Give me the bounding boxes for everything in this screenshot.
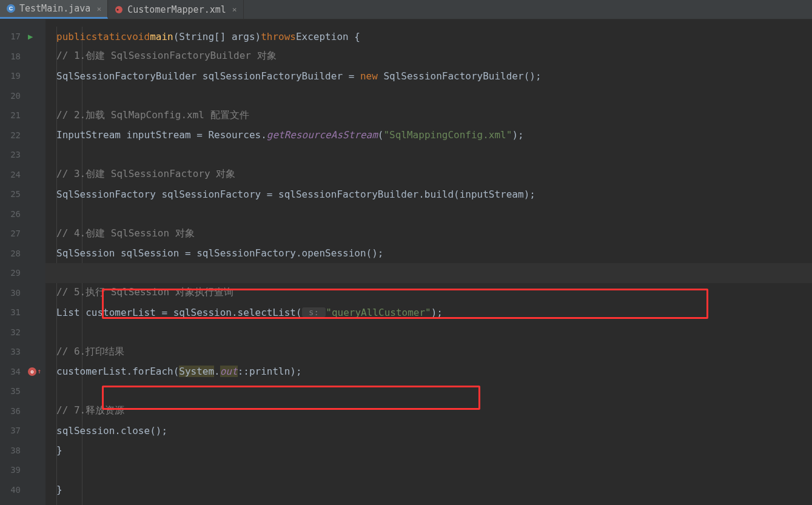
code-line[interactable] [45, 381, 812, 401]
close-icon[interactable]: × [232, 5, 237, 14]
line-number: 29 [0, 268, 24, 278]
code-line[interactable] [45, 145, 812, 165]
line-number: 33 [0, 347, 24, 356]
code-area[interactable]: public static void main(String[] args) t… [45, 19, 812, 505]
line-number: 25 [0, 189, 24, 199]
svg-point-3 [117, 8, 119, 10]
line-number: 31 [0, 307, 24, 317]
code-line[interactable]: // 7.释放资源 [45, 401, 812, 421]
gutter-row[interactable]: 20 [0, 86, 45, 106]
gutter-row[interactable]: 21 [0, 105, 45, 125]
tab-label: CustomerMapper.xml [127, 4, 226, 15]
line-number: 23 [0, 150, 24, 159]
code-line[interactable]: List customerList = sqlSession.selectLis… [45, 303, 812, 323]
xml-file-icon [114, 5, 124, 15]
code-line[interactable]: // 6.打印结果 [45, 342, 812, 362]
code-line[interactable]: // 3.创建 SqlSessionFactory 对象 [45, 165, 812, 185]
code-line[interactable] [45, 323, 812, 343]
code-line[interactable]: // 2.加载 SqlMapConfig.xml 配置文件 [45, 105, 812, 125]
gutter-row[interactable]: 37 [0, 421, 45, 441]
param-hint: s: [302, 307, 326, 317]
code-line[interactable] [45, 204, 812, 224]
line-number: 19 [0, 71, 24, 81]
line-number: 38 [0, 446, 24, 455]
code-line[interactable] [45, 460, 812, 480]
tab-label: TestMain.java [19, 3, 90, 14]
gutter-row[interactable]: 26 [0, 204, 45, 224]
line-number: 24 [0, 170, 24, 179]
line-number: 30 [0, 288, 24, 298]
gutter-row[interactable]: 39 [0, 460, 45, 480]
line-number: 32 [0, 327, 24, 337]
gutter-row[interactable]: 18 [0, 47, 45, 67]
svg-text:C: C [9, 5, 13, 12]
line-number: 39 [0, 465, 24, 475]
code-line[interactable]: SqlSessionFactory sqlSessionFactory = sq… [45, 184, 812, 204]
tab-testmain[interactable]: C TestMain.java × [0, 0, 108, 19]
gutter-row[interactable]: 38 [0, 441, 45, 461]
line-number: 37 [0, 426, 24, 435]
gutter-row[interactable]: 30 [0, 283, 45, 303]
gutter-row[interactable]: 27 [0, 224, 45, 244]
svg-point-2 [115, 6, 122, 13]
code-line[interactable]: // 4.创建 SqlSession 对象 [45, 224, 812, 244]
run-icon[interactable]: ▶ [28, 32, 33, 41]
gutter-row[interactable]: 19 [0, 66, 45, 86]
gutter-row[interactable]: 22 [0, 125, 45, 145]
gutter-row[interactable]: 32 [0, 323, 45, 343]
gutter-row[interactable]: 17▶ [0, 27, 45, 47]
gutter-row[interactable]: 24 [0, 165, 45, 185]
tab-customermapper[interactable]: CustomerMapper.xml × [108, 0, 243, 19]
code-line[interactable]: } [45, 441, 812, 461]
override-icon[interactable]: o [28, 367, 36, 376]
java-class-icon: C [6, 4, 16, 13]
line-number: 40 [0, 485, 24, 495]
gutter-row[interactable]: 35 [0, 381, 45, 401]
code-line[interactable]: sqlSession.close(); [45, 421, 812, 441]
code-line[interactable]: InputStream inputStream = Resources.getR… [45, 125, 812, 145]
code-line[interactable]: // 5.执行 SqlSession 对象执行查询 [45, 283, 812, 303]
gutter-row[interactable]: 33 [0, 342, 45, 362]
gutter-row[interactable]: 25 [0, 184, 45, 204]
gutter-row[interactable]: 23 [0, 145, 45, 165]
gutter-row[interactable]: 40 [0, 480, 45, 500]
gutter: 17▶1819202122232425262728293031323334o35… [0, 19, 45, 505]
line-number: 34 [0, 367, 24, 376]
code-line[interactable]: customerList.forEach(System.out::println… [45, 362, 812, 382]
code-line[interactable]: SqlSession sqlSession = sqlSessionFactor… [45, 244, 812, 264]
gutter-row[interactable]: 29 [0, 263, 45, 283]
line-number: 35 [0, 386, 24, 396]
line-number: 18 [0, 52, 24, 61]
line-number: 27 [0, 229, 24, 238]
gutter-row[interactable]: 36 [0, 401, 45, 421]
line-number: 22 [0, 130, 24, 140]
line-number: 21 [0, 110, 24, 120]
line-number: 28 [0, 249, 24, 258]
code-line[interactable]: // 1.创建 SqlSessionFactoryBuilder 对象 [45, 47, 812, 67]
editor-tabs: C TestMain.java × CustomerMapper.xml × [0, 0, 812, 19]
close-icon[interactable]: × [96, 4, 101, 13]
line-number: 36 [0, 406, 24, 416]
line-number: 26 [0, 209, 24, 219]
code-line[interactable]: public static void main(String[] args) t… [45, 27, 812, 47]
code-line[interactable] [45, 86, 812, 106]
line-number: 17 [0, 32, 24, 41]
gutter-row[interactable]: 34o [0, 362, 45, 382]
code-line[interactable]: SqlSessionFactoryBuilder sqlSessionFacto… [45, 66, 812, 86]
code-line[interactable] [45, 263, 812, 283]
gutter-row[interactable]: 31 [0, 303, 45, 323]
gutter-row[interactable]: 28 [0, 244, 45, 264]
line-number: 20 [0, 91, 24, 101]
code-line[interactable]: } [45, 480, 812, 500]
code-editor[interactable]: 17▶1819202122232425262728293031323334o35… [0, 19, 812, 505]
